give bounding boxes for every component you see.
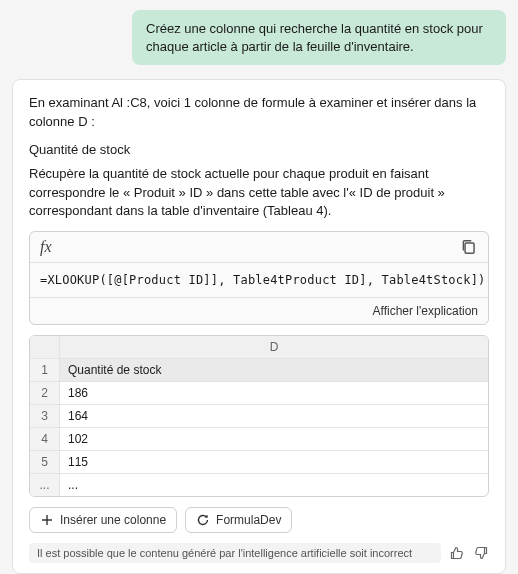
insert-column-button[interactable]: Insérer une colonne bbox=[29, 507, 177, 533]
row-number: 3 bbox=[30, 405, 60, 427]
table-column-header-row: D bbox=[30, 336, 488, 359]
row-number: 4 bbox=[30, 428, 60, 450]
row-number: 5 bbox=[30, 451, 60, 473]
row-number: 1 bbox=[30, 359, 60, 381]
chat-panel: Créez une colonne qui recherche la quant… bbox=[0, 0, 518, 574]
cell: 102 bbox=[60, 428, 488, 450]
column-letter: D bbox=[60, 336, 488, 358]
user-message-bubble: Créez une colonne qui recherche la quant… bbox=[132, 10, 506, 65]
cell: Quantité de stock bbox=[60, 359, 488, 381]
assistant-response-card: En examinant Al :C8, voici 1 colonne de … bbox=[12, 79, 506, 574]
thumbs-up-icon[interactable] bbox=[449, 545, 465, 561]
refresh-icon bbox=[196, 513, 210, 527]
table-row: 5 115 bbox=[30, 451, 488, 474]
cell: ... bbox=[60, 474, 488, 496]
row-number: ... bbox=[30, 474, 60, 496]
show-explanation-link[interactable]: Afficher l'explication bbox=[373, 304, 478, 318]
formula-header: fx bbox=[30, 232, 488, 263]
formula-dev-label: FormulaDev bbox=[216, 513, 281, 527]
plus-icon bbox=[40, 513, 54, 527]
response-intro: En examinant Al :C8, voici 1 colonne de … bbox=[29, 94, 489, 132]
action-bar: Insérer une colonne FormulaDev bbox=[29, 507, 489, 533]
feedback-buttons bbox=[449, 545, 489, 561]
formula-text[interactable]: =XLOOKUP([@[Product ID]], Table4tProduct… bbox=[30, 263, 488, 297]
user-message-text: Créez une colonne qui recherche la quant… bbox=[146, 21, 483, 54]
insert-column-label: Insérer une colonne bbox=[60, 513, 166, 527]
cell: 115 bbox=[60, 451, 488, 473]
table-row: 4 102 bbox=[30, 428, 488, 451]
formula-dev-button[interactable]: FormulaDev bbox=[185, 507, 292, 533]
row-number: 2 bbox=[30, 382, 60, 404]
fx-label: fx bbox=[40, 238, 52, 256]
table-row: 1 Quantité de stock bbox=[30, 359, 488, 382]
copy-icon[interactable] bbox=[460, 238, 478, 256]
table-corner bbox=[30, 336, 60, 358]
cell: 186 bbox=[60, 382, 488, 404]
formula-box: fx =XLOOKUP([@[Product ID]], Table4tProd… bbox=[29, 231, 489, 325]
table-row: 2 186 bbox=[30, 382, 488, 405]
svg-rect-0 bbox=[465, 243, 474, 253]
explain-bar: Afficher l'explication bbox=[30, 297, 488, 324]
thumbs-down-icon[interactable] bbox=[473, 545, 489, 561]
table-row: 3 164 bbox=[30, 405, 488, 428]
response-description: Récupère la quantité de stock actuelle p… bbox=[29, 165, 489, 222]
table-row: ... ... bbox=[30, 474, 488, 496]
cell: 164 bbox=[60, 405, 488, 427]
ai-disclaimer: Il est possible que le contenu généré pa… bbox=[29, 543, 441, 563]
preview-table: D 1 Quantité de stock 2 186 3 164 4 102 … bbox=[29, 335, 489, 497]
footer-row: Il est possible que le contenu généré pa… bbox=[29, 543, 489, 563]
response-heading: Quantité de stock bbox=[29, 142, 489, 157]
